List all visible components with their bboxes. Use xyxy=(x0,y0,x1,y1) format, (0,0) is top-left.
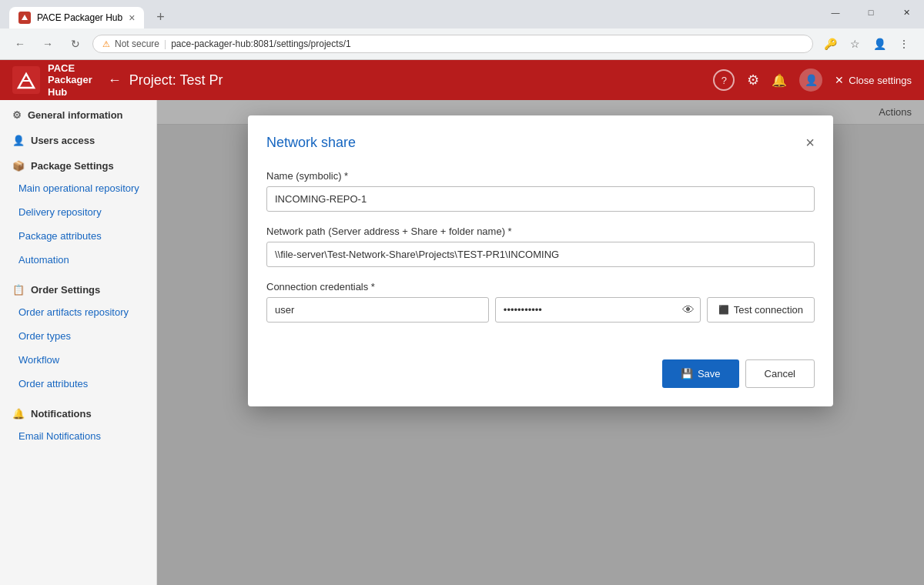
order-icon: 📋 xyxy=(12,284,25,296)
modal-title: Network share xyxy=(266,135,356,151)
package-icon: 📦 xyxy=(12,160,25,172)
sidebar-item-workflow[interactable]: Workflow xyxy=(0,348,156,372)
close-button[interactable]: ✕ xyxy=(889,0,924,25)
refresh-button[interactable]: ↻ xyxy=(65,33,86,55)
tab-title: PACE Packager Hub xyxy=(37,12,122,23)
main-content: Actions Network share × Name (symbolic) … xyxy=(157,100,924,585)
sidebar-item-order-attributes[interactable]: Order attributes xyxy=(0,372,156,396)
menu-button[interactable]: ⋮ xyxy=(893,33,915,55)
password-wrapper: 👁 xyxy=(495,297,701,323)
save-label: Save xyxy=(698,368,721,379)
password-input[interactable] xyxy=(495,297,701,323)
browser-tab[interactable]: PACE Packager Hub × xyxy=(9,7,144,28)
delivery-repository-label: Delivery repository xyxy=(18,206,102,218)
tab-close-button[interactable]: × xyxy=(129,12,135,24)
test-connection-button[interactable]: ⬛ Test connection xyxy=(707,297,815,323)
network-share-modal: Network share × Name (symbolic) * Networ… xyxy=(248,115,833,406)
back-button[interactable]: ← xyxy=(9,33,31,55)
modal-header: Network share × xyxy=(266,134,815,152)
credentials-label: Connection credentials * xyxy=(266,281,815,292)
notifications-button[interactable]: 🔔 xyxy=(772,73,787,88)
address-bar[interactable]: ⚠ Not secure | pace-packager-hub:8081/se… xyxy=(92,35,813,53)
user-avatar-button[interactable]: 👤 xyxy=(799,69,822,92)
name-input[interactable] xyxy=(266,186,815,212)
sidebar-item-general-information: General information xyxy=(28,109,123,121)
modal-close-button[interactable]: × xyxy=(805,134,815,152)
network-path-input[interactable] xyxy=(266,242,815,267)
header-right: ? ⚙ 🔔 👤 ✕ Close settings xyxy=(713,69,912,92)
notifications-group: 🔔 Notifications Email Notifications xyxy=(0,399,156,448)
notifications-label: Notifications xyxy=(31,408,92,420)
sidebar-item-order-artifacts-repository[interactable]: Order artifacts repository xyxy=(0,300,156,324)
test-connection-label: Test connection xyxy=(734,304,803,316)
key-button[interactable]: 🔑 xyxy=(819,33,841,55)
name-label: Name (symbolic) * xyxy=(266,170,815,182)
close-settings-button[interactable]: ✕ Close settings xyxy=(835,74,912,86)
close-settings-label: Close settings xyxy=(849,75,912,86)
email-notifications-label: Email Notifications xyxy=(18,430,101,442)
sidebar-item-email-notifications[interactable]: Email Notifications xyxy=(0,424,156,448)
app-title: ← Project: Test Pr xyxy=(108,72,223,89)
browser-action-buttons: 🔑 ☆ 👤 ⋮ xyxy=(819,33,915,55)
help-button[interactable]: ? xyxy=(713,69,735,91)
save-button[interactable]: 💾 Save xyxy=(662,359,739,388)
sidebar-item-order-types[interactable]: Order types xyxy=(0,324,156,348)
tab-favicon xyxy=(18,12,31,24)
gear-icon: ⚙ xyxy=(12,109,22,121)
bookmark-button[interactable]: ☆ xyxy=(844,33,865,55)
new-tab-button[interactable]: + xyxy=(150,6,171,28)
order-artifacts-repository-label: Order artifacts repository xyxy=(18,306,129,318)
app-container: PACE Packager Hub ← Project: Test Pr ? ⚙… xyxy=(0,60,924,585)
page-title: Project: Test Pr xyxy=(129,72,223,89)
maximize-button[interactable]: □ xyxy=(853,0,889,25)
minimize-button[interactable]: — xyxy=(818,0,853,25)
sidebar-section-users-access[interactable]: 👤 Users access xyxy=(0,125,156,151)
security-label: Not secure xyxy=(115,38,159,49)
close-icon: ✕ xyxy=(835,74,844,86)
modal-overlay: Network share × Name (symbolic) * Networ… xyxy=(157,100,924,585)
show-password-button[interactable]: 👁 xyxy=(682,303,695,317)
browser-controls: ← → ↻ ⚠ Not secure | pace-packager-hub:8… xyxy=(0,28,924,59)
modal-footer: 💾 Save Cancel xyxy=(266,347,815,388)
bell-sidebar-icon: 🔔 xyxy=(12,408,25,420)
credentials-form-group: Connection credentials * 👁 ⬛ Test connec… xyxy=(266,281,815,323)
notifications-header: 🔔 Notifications xyxy=(0,399,156,424)
sidebar-item-delivery-repository[interactable]: Delivery repository xyxy=(0,200,156,224)
browser-chrome: PACE Packager Hub × + — □ ✕ ← → ↻ ⚠ Not … xyxy=(0,0,924,60)
app-logo-icon xyxy=(12,66,40,94)
sidebar-item-main-operational-repository[interactable]: Main operational repository xyxy=(0,176,156,200)
sidebar-item-users-access: Users access xyxy=(31,135,95,146)
sidebar-section-general-info[interactable]: ⚙ General information xyxy=(0,100,156,125)
cancel-button[interactable]: Cancel xyxy=(745,359,815,388)
svg-rect-3 xyxy=(22,80,30,82)
network-path-form-group: Network path (Server address + Share + f… xyxy=(266,226,815,267)
username-input[interactable] xyxy=(266,297,489,323)
profile-button[interactable]: 👤 xyxy=(869,33,890,55)
package-attributes-label: Package attributes xyxy=(18,230,102,242)
settings-button[interactable]: ⚙ xyxy=(747,72,759,89)
url-text: pace-packager-hub:8081/settings/projects… xyxy=(171,38,803,49)
sidebar-item-automation[interactable]: Automation xyxy=(0,248,156,272)
app-logo: PACE Packager Hub xyxy=(12,62,92,99)
order-settings-group: 📋 Order Settings Order artifacts reposit… xyxy=(0,275,156,396)
app-logo-text: PACE Packager Hub xyxy=(48,62,92,99)
network-path-label: Network path (Server address + Share + f… xyxy=(266,226,815,237)
order-attributes-label: Order attributes xyxy=(18,378,88,389)
package-settings-label: Package Settings xyxy=(31,160,114,172)
sidebar-item-package-attributes[interactable]: Package attributes xyxy=(0,224,156,248)
forward-button[interactable]: → xyxy=(37,33,59,55)
url-divider: | xyxy=(164,38,166,49)
order-types-label: Order types xyxy=(18,330,71,342)
automation-label: Automation xyxy=(18,254,69,266)
back-to-projects-button[interactable]: ← xyxy=(108,72,122,89)
browser-titlebar: PACE Packager Hub × + — □ ✕ xyxy=(0,0,924,28)
app-body: ⚙ General information 👤 Users access 📦 P… xyxy=(0,100,924,585)
svg-marker-0 xyxy=(22,15,28,20)
name-form-group: Name (symbolic) * xyxy=(266,170,815,212)
workflow-label: Workflow xyxy=(18,354,59,366)
order-settings-header: 📋 Order Settings xyxy=(0,275,156,300)
security-warning: ⚠ xyxy=(102,39,110,49)
credentials-row: 👁 ⬛ Test connection xyxy=(266,297,815,323)
app-header: PACE Packager Hub ← Project: Test Pr ? ⚙… xyxy=(0,60,924,100)
sidebar: ⚙ General information 👤 Users access 📦 P… xyxy=(0,100,157,585)
